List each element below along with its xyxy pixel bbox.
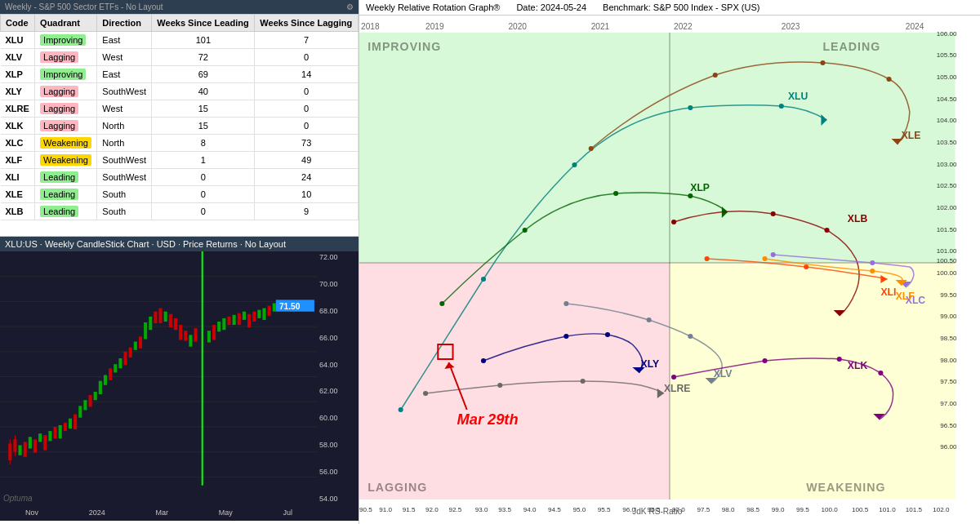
svg-rect-44: [169, 314, 172, 327]
cell-quadrant: Weakening: [35, 135, 97, 152]
svg-rect-15: [24, 442, 27, 456]
left-panel: Weekly - S&P 500 Sector ETFs - No Layout…: [0, 0, 359, 524]
svg-point-150: [671, 220, 676, 224]
svg-text:XLRE: XLRE: [664, 383, 690, 394]
svg-text:102.0: 102.0: [933, 506, 950, 513]
cell-weeks-lagging: 0: [255, 49, 359, 66]
table-title: Weekly - S&P 500 Sector ETFs - No Layout…: [0, 0, 359, 14]
svg-text:96.50: 96.50: [940, 422, 957, 429]
table-row: XLK Lagging North 15 0: [1, 118, 359, 135]
axis-mar: Mar: [156, 508, 169, 517]
cell-quadrant: Lagging: [35, 83, 97, 100]
svg-text:101.50: 101.50: [937, 226, 957, 233]
svg-rect-35: [124, 352, 127, 365]
price-70: 70.00: [319, 280, 357, 288]
svg-text:LAGGING: LAGGING: [368, 481, 427, 494]
svg-text:WEAKENING: WEAKENING: [806, 481, 885, 494]
svg-text:XLK: XLK: [848, 360, 868, 371]
svg-point-173: [564, 334, 568, 339]
svg-point-151: [771, 211, 776, 216]
svg-text:90.5: 90.5: [359, 506, 372, 513]
svg-text:2018: 2018: [361, 22, 380, 31]
svg-text:97.5: 97.5: [697, 506, 710, 513]
cell-weeks-lagging: 0: [255, 83, 359, 100]
svg-rect-45: [174, 318, 177, 330]
svg-point-182: [671, 375, 676, 380]
svg-rect-17: [33, 439, 37, 452]
cell-code: XLU: [1, 32, 35, 49]
svg-rect-19: [43, 435, 47, 450]
cell-weeks-lagging: 7: [255, 32, 359, 49]
table-title-text: Weekly - S&P 500 Sector ETFs - No Layout: [5, 2, 163, 11]
cell-quadrant: Leading: [35, 186, 97, 203]
svg-point-138: [589, 146, 594, 151]
svg-text:91.5: 91.5: [403, 506, 416, 513]
rrg-date: Date: 2024-05-24: [516, 2, 586, 12]
svg-rect-38: [139, 336, 142, 348]
col-quadrant: Quadrant: [35, 15, 97, 32]
svg-point-185: [878, 371, 883, 375]
svg-rect-48: [189, 335, 192, 346]
cell-weeks-leading: 0: [152, 203, 255, 220]
svg-rect-37: [134, 342, 137, 350]
cell-direction: West: [97, 100, 152, 118]
cell-weeks-lagging: 14: [255, 66, 359, 83]
svg-rect-14: [19, 445, 22, 455]
svg-point-183: [762, 358, 767, 363]
cell-direction: South: [97, 186, 152, 203]
rrg-chart: 2018 2019 2020 2021 2022 2023 2024 IMPRO…: [359, 18, 980, 524]
svg-text:98.50: 98.50: [940, 335, 957, 342]
svg-point-131: [399, 407, 403, 412]
svg-rect-21: [54, 427, 57, 438]
svg-rect-25: [74, 415, 77, 429]
svg-rect-32: [109, 368, 112, 380]
price-axis: 72.00 70.00 68.00 66.00 64.00 62.00 60.0…: [318, 251, 359, 504]
svg-text:XLY: XLY: [641, 358, 660, 370]
svg-rect-22: [59, 425, 62, 438]
table-section: Weekly - S&P 500 Sector ETFs - No Layout…: [0, 0, 359, 237]
cell-weeks-lagging: 0: [255, 118, 359, 135]
svg-point-169: [688, 334, 693, 339]
col-code: Code: [1, 15, 35, 32]
svg-text:100.5: 100.5: [852, 506, 869, 513]
svg-rect-49: [194, 328, 197, 341]
cell-weeks-leading: 15: [152, 118, 255, 135]
svg-point-140: [820, 60, 825, 65]
svg-rect-52: [212, 325, 216, 340]
svg-text:103.00: 103.00: [937, 161, 957, 168]
svg-text:99.50: 99.50: [940, 291, 957, 299]
price-68: 68.00: [319, 307, 357, 315]
svg-text:102.50: 102.50: [937, 182, 957, 189]
table-icon[interactable]: ⚙: [346, 2, 354, 11]
cell-weeks-lagging: 10: [255, 186, 359, 203]
svg-point-159: [771, 252, 776, 257]
cell-code: XLB: [1, 203, 35, 220]
svg-rect-40: [149, 317, 152, 330]
svg-text:95.5: 95.5: [598, 506, 611, 513]
svg-rect-53: [217, 322, 220, 331]
svg-point-164: [870, 269, 875, 273]
price-54: 54.00: [319, 495, 357, 503]
cell-quadrant: Improving: [35, 66, 97, 83]
svg-text:99.00: 99.00: [940, 313, 957, 320]
svg-rect-56: [233, 315, 236, 325]
cell-weeks-leading: 8: [152, 135, 255, 152]
svg-text:2023: 2023: [782, 22, 800, 31]
svg-text:100.00: 100.00: [937, 269, 957, 277]
svg-rect-55: [227, 317, 230, 325]
svg-rect-57: [238, 313, 241, 325]
sector-table: Code Quadrant Direction Weeks Since Lead…: [0, 14, 359, 220]
price-62: 62.00: [319, 387, 357, 395]
axis-2024: 2024: [89, 508, 105, 517]
cell-code: XLI: [1, 169, 35, 186]
cell-weeks-lagging: 73: [255, 135, 359, 152]
svg-text:2022: 2022: [674, 22, 693, 31]
price-58: 58.00: [319, 441, 357, 449]
cell-code: XLP: [1, 66, 35, 83]
svg-text:104.50: 104.50: [937, 95, 957, 103]
svg-rect-51: [207, 331, 211, 342]
table-row: XLU Improving East 101 7: [1, 32, 359, 49]
cell-weeks-lagging: 0: [255, 100, 359, 118]
svg-rect-26: [78, 406, 82, 417]
svg-text:96.0: 96.0: [622, 506, 635, 513]
